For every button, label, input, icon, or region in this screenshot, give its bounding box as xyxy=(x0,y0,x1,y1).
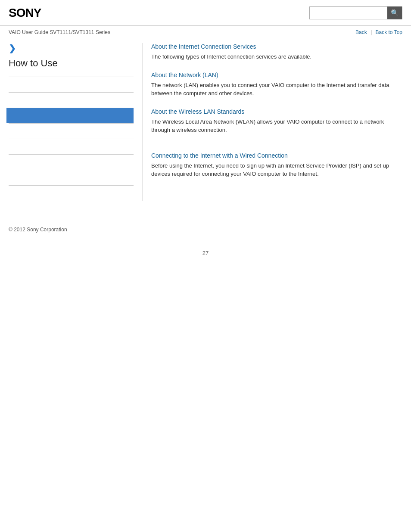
content-divider xyxy=(151,145,402,145)
search-icon: 🔍 xyxy=(391,9,399,17)
section-wireless-lan-title[interactable]: About the Wireless LAN Standards xyxy=(151,108,402,115)
copyright: © 2012 Sony Corporation xyxy=(9,227,67,233)
sidebar-item-3-active[interactable] xyxy=(6,108,134,123)
content-area: About the Internet Connection Services T… xyxy=(142,43,402,201)
section-wired-connection-body: Before using the Internet, you need to s… xyxy=(151,162,402,178)
footer: © 2012 Sony Corporation xyxy=(0,218,411,241)
section-network-lan: About the Network (LAN) The network (LAN… xyxy=(151,72,402,98)
page-header: SONY 🔍 xyxy=(0,0,411,26)
sidebar-arrow: ❯ xyxy=(9,43,134,53)
search-input[interactable] xyxy=(310,7,387,19)
page-number: 27 xyxy=(0,250,411,265)
back-link[interactable]: Back xyxy=(355,29,367,35)
section-network-lan-title[interactable]: About the Network (LAN) xyxy=(151,72,402,78)
sidebar: ❯ How to Use xyxy=(9,43,142,201)
section-wireless-lan: About the Wireless LAN Standards The Wir… xyxy=(151,108,402,134)
sidebar-item-8[interactable] xyxy=(9,185,134,201)
nav-links: Back | Back to Top xyxy=(355,29,402,35)
search-box: 🔍 xyxy=(309,6,402,19)
sub-header: VAIO User Guide SVT1111/SVT1311 Series B… xyxy=(0,26,411,39)
sidebar-title: How to Use xyxy=(9,58,134,69)
main-container: ❯ How to Use About the Internet Connecti… xyxy=(0,43,411,201)
section-wired-connection-title[interactable]: Connecting to the Internet with a Wired … xyxy=(151,152,402,159)
section-network-lan-body: The network (LAN) enables you to connect… xyxy=(151,81,402,98)
nav-separator: | xyxy=(371,29,372,35)
sidebar-item-5[interactable] xyxy=(9,139,134,154)
sidebar-item-1[interactable] xyxy=(9,77,134,92)
sidebar-item-7[interactable] xyxy=(9,170,134,185)
sidebar-item-6[interactable] xyxy=(9,154,134,170)
back-to-top-link[interactable]: Back to Top xyxy=(376,29,402,35)
section-internet-connection: About the Internet Connection Services T… xyxy=(151,43,402,61)
section-wireless-lan-body: The Wireless Local Area Network (WLAN) a… xyxy=(151,118,402,134)
guide-title: VAIO User Guide SVT1111/SVT1311 Series xyxy=(9,29,110,35)
sidebar-item-4[interactable] xyxy=(9,123,134,139)
sony-logo: SONY xyxy=(9,6,41,20)
section-wired-connection: Connecting to the Internet with a Wired … xyxy=(151,152,402,178)
section-internet-connection-title[interactable]: About the Internet Connection Services xyxy=(151,43,402,50)
section-internet-connection-body: The following types of Internet connecti… xyxy=(151,53,402,61)
sidebar-item-2[interactable] xyxy=(9,92,134,108)
search-button[interactable]: 🔍 xyxy=(387,6,402,19)
